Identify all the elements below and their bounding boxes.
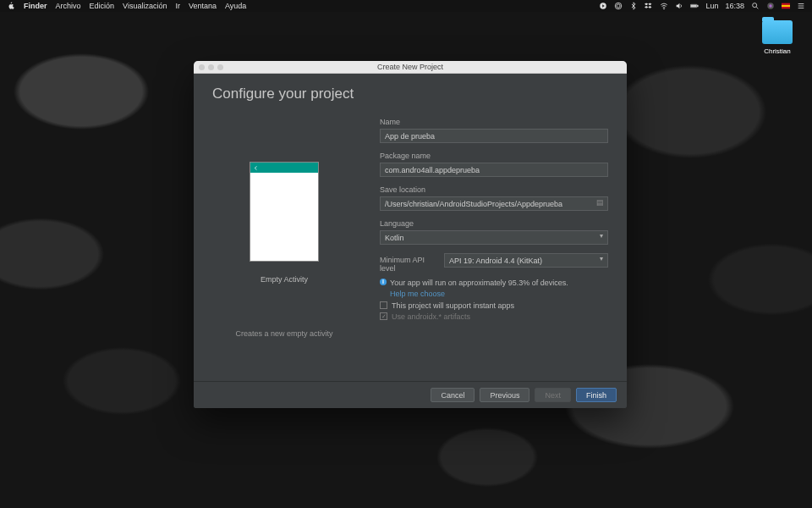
api-level-label: Minimum API level bbox=[380, 253, 441, 273]
svg-point-7 bbox=[753, 3, 757, 8]
svg-point-3 bbox=[664, 8, 665, 9]
svg-point-1 bbox=[617, 4, 620, 8]
androidx-checkbox-row: ✓ Use androidx.* artifacts bbox=[380, 312, 608, 321]
close-traffic-icon[interactable] bbox=[199, 64, 205, 70]
menubar-item-edicion[interactable]: Edición bbox=[90, 2, 115, 10]
window-titlebar[interactable]: Create New Project bbox=[194, 61, 627, 74]
instant-apps-checkbox-row: This project will support instant apps bbox=[380, 301, 608, 310]
language-select[interactable]: Kotlin bbox=[380, 230, 608, 245]
siri-icon[interactable] bbox=[766, 2, 775, 10]
device-coverage-info: i Your app will run on approximately 95.… bbox=[380, 278, 608, 290]
template-preview bbox=[250, 162, 319, 262]
finish-button[interactable]: Finish bbox=[576, 388, 617, 402]
template-name-label: Empty Activity bbox=[261, 275, 308, 284]
cancel-button[interactable]: Cancel bbox=[431, 388, 475, 402]
instant-apps-checkbox[interactable] bbox=[380, 301, 387, 309]
svg-rect-6 bbox=[692, 5, 697, 7]
language-label: Language bbox=[380, 219, 608, 228]
bluetooth-icon[interactable] bbox=[629, 2, 638, 10]
svg-point-2 bbox=[616, 3, 623, 9]
desktop-folder-label: Christian bbox=[758, 47, 797, 55]
previous-button[interactable]: Previous bbox=[480, 388, 529, 402]
display-icon[interactable] bbox=[614, 2, 623, 10]
notifications-icon[interactable] bbox=[797, 2, 805, 10]
desktop-folder[interactable]: Christian bbox=[758, 20, 797, 55]
menubar-day[interactable]: Lun bbox=[705, 2, 718, 10]
svg-rect-11 bbox=[782, 5, 790, 7]
status-icon[interactable] bbox=[599, 2, 607, 10]
zoom-traffic-icon[interactable] bbox=[217, 64, 223, 70]
macos-menubar: Finder Archivo Edición Visualización Ir … bbox=[0, 0, 812, 12]
menubar-time[interactable]: 16:38 bbox=[725, 2, 744, 10]
volume-icon[interactable] bbox=[675, 2, 683, 10]
package-label: Package name bbox=[380, 152, 608, 160]
instant-apps-label: This project will support instant apps bbox=[392, 301, 514, 310]
traffic-lights bbox=[194, 64, 223, 70]
menubar-app-name[interactable]: Finder bbox=[24, 2, 47, 10]
next-button: Next bbox=[535, 388, 571, 402]
help-me-choose-link[interactable]: Help me choose bbox=[380, 290, 608, 298]
wifi-icon[interactable] bbox=[660, 2, 668, 10]
svg-rect-12 bbox=[782, 7, 790, 8]
minimize-traffic-icon[interactable] bbox=[208, 64, 214, 70]
dropbox-icon[interactable] bbox=[645, 2, 653, 10]
apple-menu-icon[interactable] bbox=[7, 2, 15, 10]
info-icon: i bbox=[380, 279, 387, 285]
wizard-footer: Cancel Previous Next Finish bbox=[194, 381, 627, 408]
svg-point-9 bbox=[769, 4, 771, 7]
window-title: Create New Project bbox=[194, 63, 627, 71]
flag-icon[interactable] bbox=[782, 2, 790, 10]
battery-icon[interactable] bbox=[690, 2, 699, 10]
page-heading: Configure your project bbox=[212, 86, 608, 102]
folder-icon bbox=[762, 20, 793, 44]
save-location-input[interactable]: /Users/christian/AndroidStudioProjects/A… bbox=[380, 196, 608, 211]
menubar-item-ayuda[interactable]: Ayuda bbox=[225, 2, 246, 10]
project-wizard-window: Create New Project Configure your projec… bbox=[194, 61, 627, 408]
svg-rect-5 bbox=[698, 5, 699, 7]
menubar-item-archivo[interactable]: Archivo bbox=[56, 2, 81, 10]
back-arrow-icon bbox=[253, 163, 259, 173]
menubar-item-ir[interactable]: Ir bbox=[175, 2, 180, 10]
menubar-item-ventana[interactable]: Ventana bbox=[189, 2, 217, 10]
template-description: Creates a new empty activity bbox=[235, 329, 332, 338]
save-location-label: Save location bbox=[380, 185, 608, 194]
name-input[interactable]: App de prueba bbox=[380, 129, 608, 143]
name-label: Name bbox=[380, 118, 608, 126]
api-level-select[interactable]: API 19: Android 4.4 (KitKat) bbox=[444, 253, 608, 268]
svg-rect-10 bbox=[782, 3, 790, 5]
androidx-label: Use androidx.* artifacts bbox=[392, 312, 470, 321]
package-input[interactable]: com.andro4all.appdeprueba bbox=[380, 163, 608, 177]
spotlight-icon[interactable] bbox=[751, 2, 760, 10]
androidx-checkbox: ✓ bbox=[380, 312, 387, 320]
menubar-item-visualizacion[interactable]: Visualización bbox=[123, 2, 167, 10]
